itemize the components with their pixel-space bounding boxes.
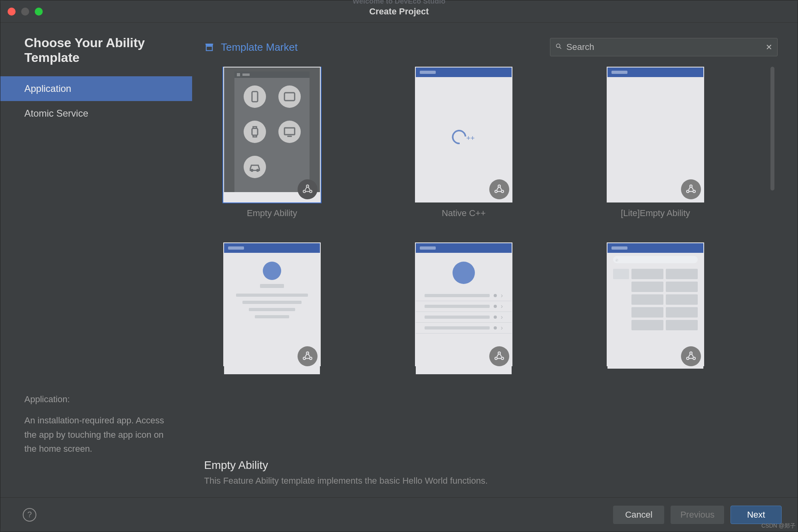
svg-point-20	[310, 357, 312, 359]
template-thumb: › › › ›	[415, 242, 512, 366]
template-type-description: Application: An installation-required ap…	[0, 392, 192, 488]
template-thumb	[223, 67, 321, 202]
dialog-window: Welcome to DevEco Studio Create Project …	[0, 0, 798, 532]
cancel-button[interactable]: Cancel	[613, 506, 664, 524]
dialog-title: Create Project	[369, 6, 429, 17]
svg-point-1	[556, 44, 560, 48]
tab-application[interactable]: Application	[0, 76, 192, 101]
svg-rect-4	[284, 93, 295, 101]
share-badge-icon	[298, 179, 318, 199]
close-window-icon[interactable]	[8, 8, 16, 16]
help-icon[interactable]: ?	[23, 508, 36, 522]
svg-rect-5	[252, 129, 257, 135]
search-bar-preview: ⌕	[613, 256, 698, 263]
next-button[interactable]: Next	[731, 506, 782, 524]
svg-point-26	[693, 357, 695, 359]
template-grid-wrap: Empty Ability ++ Native C++	[204, 67, 778, 449]
previous-button[interactable]: Previous	[671, 506, 724, 524]
template-card-4[interactable]	[204, 242, 340, 366]
template-thumb	[223, 242, 321, 366]
svg-point-13	[495, 190, 497, 193]
search-input[interactable]	[566, 42, 762, 52]
svg-point-22	[495, 357, 497, 359]
template-card-empty-ability[interactable]: Empty Ability	[204, 67, 340, 218]
search-icon	[555, 43, 562, 52]
template-label: Native C++	[442, 208, 486, 218]
svg-line-2	[560, 47, 561, 49]
phone-icon	[244, 85, 266, 108]
template-card-5[interactable]: › › › ›	[396, 242, 532, 366]
svg-point-9	[306, 185, 309, 187]
svg-point-15	[690, 185, 692, 187]
template-label: [Lite]Empty Ability	[621, 208, 690, 218]
svg-point-24	[690, 352, 692, 354]
svg-rect-3	[252, 91, 257, 102]
tablet-icon	[278, 85, 301, 108]
template-market-label: Template Market	[221, 41, 298, 54]
sidebar: Choose Your Ability Template Application…	[0, 23, 192, 497]
selected-template-desc: This Feature Ability template implements…	[204, 476, 778, 486]
footer-buttons: Cancel Previous Next	[613, 506, 782, 524]
main-toolbar: Template Market ✕	[204, 38, 778, 56]
svg-rect-0	[206, 46, 212, 51]
page-heading: Choose Your Ability Template	[0, 36, 192, 76]
scrollbar[interactable]	[770, 67, 774, 191]
background-app-title: Welcome to DevEco Studio	[0, 0, 798, 6]
template-thumb: ++	[415, 67, 512, 202]
window-controls	[8, 8, 43, 16]
svg-rect-6	[284, 128, 295, 135]
dialog-footer: ? Cancel Previous Next	[0, 497, 798, 532]
share-badge-icon	[298, 346, 318, 366]
template-thumb	[607, 67, 704, 202]
selected-template-info: Empty Ability This Feature Ability templ…	[204, 449, 778, 497]
cpp-icon: ++	[452, 130, 475, 144]
main-panel: Template Market ✕	[192, 23, 798, 497]
template-card-native-cpp[interactable]: ++ Native C++	[396, 67, 532, 218]
svg-point-25	[687, 357, 689, 359]
store-icon	[204, 42, 214, 52]
dialog-body: Choose Your Ability Template Application…	[0, 23, 798, 497]
svg-point-16	[687, 190, 689, 193]
desc-body: An installation-required app. Access the…	[24, 415, 164, 453]
svg-point-11	[310, 190, 312, 193]
template-type-tablist: Application Atomic Service	[0, 76, 192, 126]
svg-point-21	[498, 352, 500, 354]
template-grid: Empty Ability ++ Native C++	[204, 67, 778, 374]
clear-search-icon[interactable]: ✕	[766, 42, 772, 52]
template-label: Empty Ability	[247, 208, 297, 218]
tv-icon	[278, 121, 301, 143]
share-badge-icon	[681, 179, 701, 199]
share-badge-icon	[489, 346, 509, 366]
svg-point-14	[501, 190, 504, 193]
search-field[interactable]: ✕	[550, 38, 778, 56]
svg-point-23	[501, 357, 504, 359]
car-icon	[244, 156, 266, 178]
template-market-link[interactable]: Template Market	[204, 41, 298, 54]
tab-atomic-service[interactable]: Atomic Service	[0, 101, 192, 126]
template-card-lite-empty-ability[interactable]: [Lite]Empty Ability	[588, 67, 723, 218]
svg-point-19	[303, 357, 306, 359]
svg-point-17	[693, 190, 695, 193]
watermark-text: CSDN @郑子	[761, 522, 796, 530]
template-card-6[interactable]: ⌕	[588, 242, 723, 366]
share-badge-icon	[681, 346, 701, 366]
svg-point-12	[498, 185, 500, 187]
title-bar: Welcome to DevEco Studio Create Project	[0, 0, 798, 23]
zoom-window-icon[interactable]	[35, 8, 43, 16]
selected-template-title: Empty Ability	[204, 459, 778, 472]
svg-point-10	[303, 190, 306, 193]
desc-label: Application:	[24, 392, 168, 406]
minimize-window-icon	[21, 8, 29, 16]
share-badge-icon	[489, 179, 509, 199]
template-thumb: ⌕	[607, 242, 704, 366]
watch-icon	[244, 121, 266, 143]
svg-point-18	[306, 352, 309, 354]
